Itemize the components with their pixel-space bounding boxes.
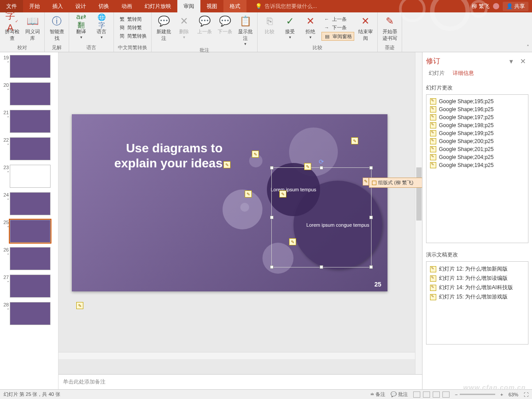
selection-box[interactable]: ⟳ <box>271 167 372 267</box>
resize-handle[interactable] <box>320 265 323 269</box>
change-item[interactable]: Google Shape;199;p25 <box>428 129 526 137</box>
change-item[interactable]: Google Shape;197;p25 <box>428 113 526 121</box>
slide-thumbnails-panel[interactable]: 19*20*21*22*23*24*25*26*27*28* <box>0 52 59 389</box>
slide-thumbnail[interactable] <box>10 192 51 215</box>
slide-thumbnail[interactable] <box>10 137 51 160</box>
vertical-scrollbar[interactable] <box>415 52 422 374</box>
change-item[interactable]: Google Shape;194;p25 <box>428 161 526 169</box>
revision-marker-icon[interactable] <box>252 151 259 158</box>
rotate-handle-icon[interactable]: ⟳ <box>319 158 324 165</box>
slide-thumbnail[interactable] <box>10 302 51 325</box>
convert-button[interactable]: 简简繁转换 <box>117 32 149 40</box>
pane-tab-slides[interactable]: 幻灯片 <box>429 70 445 77</box>
tab-file[interactable]: 文件 <box>0 0 23 12</box>
pres-changes-list[interactable]: 幻灯片 12: 为什么增加新闻版幻灯片 13: 为什么增加读编版幻灯片 14: … <box>426 261 528 345</box>
show-comments-button[interactable]: 📋显示批注▾ <box>236 15 254 46</box>
zoom-out-button[interactable]: − <box>455 392 458 397</box>
next-change-button[interactable]: →下一条 <box>321 23 354 31</box>
accept-button[interactable]: ✓接受▾ <box>281 15 299 39</box>
start-ink-button[interactable]: ✎开始墨迹书写 <box>380 15 399 42</box>
tab-insert[interactable]: 插入 <box>46 0 69 12</box>
resize-handle[interactable] <box>369 166 373 170</box>
resize-handle[interactable] <box>369 216 373 219</box>
revision-tooltip[interactable]: 组版式 (柳 繁飞) <box>369 178 422 188</box>
tab-slideshow[interactable]: 幻灯片放映 <box>138 0 177 12</box>
translate-button[interactable]: a⇄翻翻译▾ <box>72 15 90 39</box>
slide-title[interactable]: Use diagrams to explain your ideas <box>85 141 223 170</box>
slide-thumbnail[interactable] <box>10 220 51 243</box>
normal-view-button[interactable] <box>413 391 420 398</box>
prev-comment-button[interactable]: 💬上一条 <box>195 15 214 35</box>
tab-animations[interactable]: 动画 <box>115 0 138 12</box>
slideshow-view-button[interactable] <box>442 391 450 398</box>
pane-tab-details[interactable]: 详细信息 <box>453 70 474 77</box>
user-avatar-icon[interactable] <box>493 3 499 9</box>
revision-marker-icon[interactable] <box>245 190 252 198</box>
prev-change-button[interactable]: ←上一条 <box>321 15 354 23</box>
revision-marker-icon[interactable] <box>223 161 231 168</box>
editor-canvas[interactable]: Use diagrams to explain your ideas Lorem… <box>59 52 422 374</box>
change-item[interactable]: Google Shape;204;p25 <box>428 153 526 161</box>
new-comment-button[interactable]: 💬新建批注 <box>154 15 173 42</box>
zoom-in-button[interactable]: + <box>501 392 503 397</box>
pane-options[interactable]: ▾ ✕ <box>509 57 528 66</box>
slide-thumbnail[interactable] <box>10 82 51 105</box>
slide-thumbnail[interactable] <box>10 247 51 270</box>
bubble[interactable] <box>240 203 249 212</box>
resize-handle[interactable] <box>270 216 274 219</box>
trad-to-simp-button[interactable]: 繁繁转简 <box>117 15 149 23</box>
comments-toggle[interactable]: 💬 批注 <box>391 391 408 398</box>
simp-to-trad-button[interactable]: 簡简转繁 <box>117 23 149 31</box>
tab-review[interactable]: 审阅 <box>177 0 200 12</box>
revision-marker-icon[interactable] <box>363 178 369 186</box>
slide-thumbnail[interactable] <box>10 110 51 133</box>
resize-handle[interactable] <box>369 265 373 269</box>
change-item[interactable]: Google Shape;201;p25 <box>428 145 526 153</box>
reviewing-pane-button[interactable]: ▤审阅窗格 <box>321 32 354 41</box>
scrollbar-thumb[interactable] <box>416 167 422 221</box>
zoom-control[interactable]: − <box>455 392 495 397</box>
tab-design[interactable]: 设计 <box>69 0 92 12</box>
thesaurus-button[interactable]: 📖同义词库 <box>23 15 42 42</box>
language-button[interactable]: 🌐字语言▾ <box>92 15 111 39</box>
revision-marker-icon[interactable] <box>351 137 358 144</box>
slide-thumbnail[interactable] <box>10 165 51 188</box>
collapse-ribbon-button[interactable]: ˄ <box>527 44 529 50</box>
horizontal-scrollbar[interactable] <box>59 352 415 359</box>
change-item[interactable]: 幻灯片 12: 为什么增加新闻版 <box>428 264 526 274</box>
reading-view-button[interactable] <box>433 391 440 398</box>
revision-marker-icon[interactable] <box>279 190 286 198</box>
change-item[interactable]: Google Shape;196;p25 <box>428 105 526 113</box>
notes-toggle[interactable]: ≐ 备注 <box>370 391 385 398</box>
end-review-button[interactable]: ✕结束审阅 <box>356 15 375 42</box>
fit-button[interactable]: ⛶ <box>524 392 528 397</box>
next-comment-button[interactable]: 💬下一条 <box>215 15 234 35</box>
revision-marker-icon[interactable] <box>76 302 83 309</box>
spellcheck-button[interactable]: 字A✓拼写检查 <box>3 15 21 42</box>
change-item[interactable]: Google Shape;198;p25 <box>428 121 526 129</box>
resize-handle[interactable] <box>270 166 274 170</box>
sorter-view-button[interactable] <box>423 391 430 398</box>
tab-home[interactable]: 开始 <box>23 0 46 12</box>
resize-handle[interactable] <box>270 265 274 269</box>
change-item[interactable]: Google Shape;195;p25 <box>428 97 526 105</box>
smart-lookup-button[interactable]: ⓘ智能查找 <box>47 15 66 42</box>
reject-button[interactable]: ✕拒绝▾ <box>301 15 320 39</box>
checkbox-icon[interactable] <box>372 181 376 185</box>
revision-marker-icon[interactable] <box>304 163 311 170</box>
tell-me-search[interactable]: 💡 告诉我您想要做什么... <box>255 0 317 12</box>
change-item[interactable]: 幻灯片 15: 为什么增加游戏版 <box>428 292 526 302</box>
delete-comment-button[interactable]: ✕删除▾ <box>175 15 193 39</box>
slide-changes-list[interactable]: Google Shape;195;p25Google Shape;196;p25… <box>426 94 528 243</box>
tab-transitions[interactable]: 切换 <box>92 0 115 12</box>
change-item[interactable]: 幻灯片 13: 为什么增加读编版 <box>428 274 526 283</box>
change-item[interactable]: 幻灯片 14: 为什么增加AI科技版 <box>428 283 526 292</box>
zoom-level[interactable]: 63% <box>509 392 518 397</box>
tab-format[interactable]: 格式 <box>223 0 246 12</box>
revision-marker-icon[interactable] <box>289 238 296 245</box>
notes-pane[interactable]: 单击此处添加备注 <box>59 374 422 389</box>
slide-thumbnail[interactable] <box>10 55 51 78</box>
resize-handle[interactable] <box>320 166 323 170</box>
change-item[interactable]: Google Shape;200;p25 <box>428 137 526 145</box>
compare-button[interactable]: ⎘比较 <box>260 15 279 35</box>
